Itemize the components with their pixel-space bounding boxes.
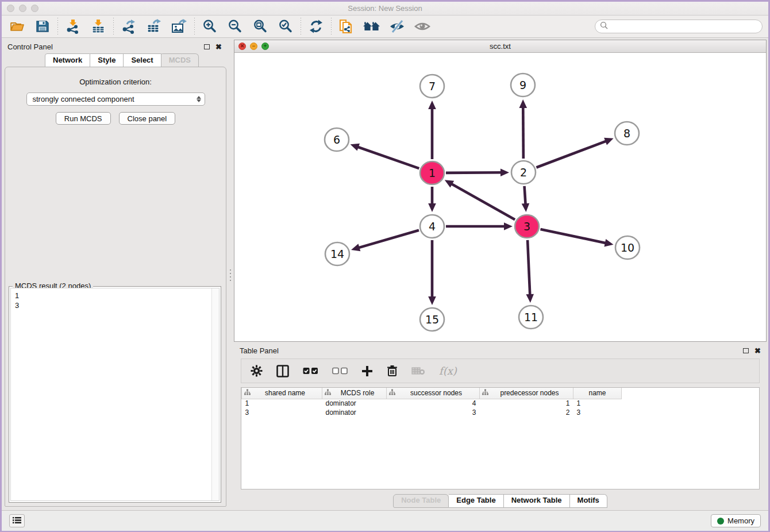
delete-column-icon[interactable] [387,365,398,377]
zoom-selected-button[interactable] [276,18,295,35]
graph-node-11[interactable]: 11 [519,306,543,329]
column-header[interactable]: MCDS role [322,388,387,399]
mcds-result-text[interactable]: 13 [11,288,211,500]
zoom-fit-button[interactable] [251,18,270,35]
graph-node-8[interactable]: 8 [615,122,639,145]
graph-node-1[interactable]: 1 [420,161,444,184]
delete-table-icon [411,367,425,375]
table-cell[interactable]: 1 [480,399,573,408]
edge-arrowhead-icon [428,203,436,212]
table-cell[interactable]: 1 [242,399,322,408]
optimization-criterion-select[interactable]: strongly connected component [26,92,205,106]
home-icon-button[interactable] [362,18,382,35]
eye-icon [414,19,431,34]
save-session-button[interactable] [33,18,52,35]
graph-node-6[interactable]: 6 [325,128,349,151]
mcds-result-line: 1 [15,291,211,300]
graph-edge[interactable] [446,172,502,173]
search-input[interactable] [611,22,757,30]
show-all-button[interactable] [413,18,432,35]
memory-button[interactable]: Memory [711,514,761,527]
hide-selected-button[interactable] [387,18,407,35]
table-cell[interactable]: dominator [322,399,387,408]
table-cell[interactable]: 3 [387,408,480,417]
network-window-title: scc.txt [234,42,766,51]
graph-node-9[interactable]: 9 [511,74,535,97]
column-header[interactable]: name [573,388,622,399]
close-panel-icon[interactable]: ✖ [215,43,222,51]
network-canvas[interactable]: 7968124314101511 [234,53,766,341]
run-mcds-button[interactable]: Run MCDS [56,112,111,125]
zoom-out-button[interactable] [225,18,245,35]
clear-checkboxes-icon[interactable] [332,367,348,375]
import-table-button[interactable] [88,18,108,35]
network-window-titlebar: ✕ − + scc.txt [234,40,766,53]
graph-node-15[interactable]: 15 [420,308,444,331]
table-cell[interactable]: 3 [573,408,622,417]
export-network-button[interactable] [119,18,138,35]
open-session-button[interactable] [7,18,27,35]
float-panel-icon[interactable] [204,44,210,49]
tab-network-table[interactable]: Network Table [504,494,570,508]
graph-edge[interactable] [523,107,523,159]
graph-edge[interactable] [540,229,606,243]
vertical-splitter[interactable] [228,40,234,510]
import-network-button[interactable] [63,18,83,35]
zoom-in-button[interactable] [200,18,220,35]
table-cell[interactable]: 3 [242,408,322,417]
graph-node-4[interactable]: 4 [420,215,444,238]
tab-edge-table[interactable]: Edge Table [449,494,503,508]
tab-select[interactable]: Select [124,53,161,67]
control-panel-title: Control Panel [7,43,204,51]
graph-edge[interactable] [357,147,419,169]
task-history-button[interactable] [9,514,25,527]
float-table-panel-icon[interactable] [743,348,749,353]
close-table-panel-icon[interactable]: ✖ [754,347,761,354]
graph-edge[interactable] [451,184,515,220]
table-cell[interactable]: 4 [387,399,480,408]
tab-motifs[interactable]: Motifs [570,494,607,508]
node-label: 6 [333,133,340,146]
node-label: 7 [429,80,436,92]
column-header[interactable]: successor nodes [387,388,480,399]
gear-icon[interactable] [251,365,263,377]
export-network-icon [121,19,136,34]
graph-edge[interactable] [358,230,418,248]
result-scrollbar[interactable] [211,288,219,500]
mcds-result-line: 3 [15,300,211,310]
graph-node-7[interactable]: 7 [420,75,444,98]
table-row[interactable]: 1dominator411 [242,399,622,408]
zoom-fit-icon [253,19,268,34]
table-cell[interactable]: dominator [322,408,387,417]
column-header[interactable]: predecessor nodes [480,388,573,399]
select-all-checkboxes-icon[interactable] [303,367,318,375]
tab-node-table[interactable]: Node Table [393,494,449,508]
graph-node-2[interactable]: 2 [511,161,536,184]
tab-style[interactable]: Style [90,53,124,67]
split-columns-icon[interactable] [276,365,289,377]
graph-edge[interactable] [525,186,526,205]
graph-node-3[interactable]: 3 [515,215,539,238]
table-cell[interactable]: 2 [480,408,573,417]
graph-edge[interactable] [536,141,606,167]
graph-node-10[interactable]: 10 [615,236,640,259]
refresh-layout-button[interactable] [306,18,326,35]
graph-edge[interactable] [528,240,530,295]
network-graph[interactable]: 7968124314101511 [234,53,765,341]
tab-mcds[interactable]: MCDS [161,53,199,67]
export-image-button[interactable] [170,18,189,35]
edge-arrowhead-icon [500,168,509,176]
table-row[interactable]: 3dominator323 [242,408,622,417]
export-table-button[interactable] [144,18,164,35]
import-network-icon [66,19,80,34]
network-from-selection-button[interactable] [337,18,356,35]
graph-node-14[interactable]: 14 [325,242,349,265]
node-label: 11 [524,311,538,323]
node-table[interactable]: shared nameMCDS rolesuccessor nodesprede… [241,387,760,489]
search-field[interactable] [595,20,763,33]
table-cell[interactable]: 1 [573,399,622,408]
tab-network[interactable]: Network [45,53,90,67]
column-header[interactable]: shared name [242,388,322,399]
close-panel-button[interactable]: Close panel [119,112,176,125]
add-column-icon[interactable] [361,365,373,377]
